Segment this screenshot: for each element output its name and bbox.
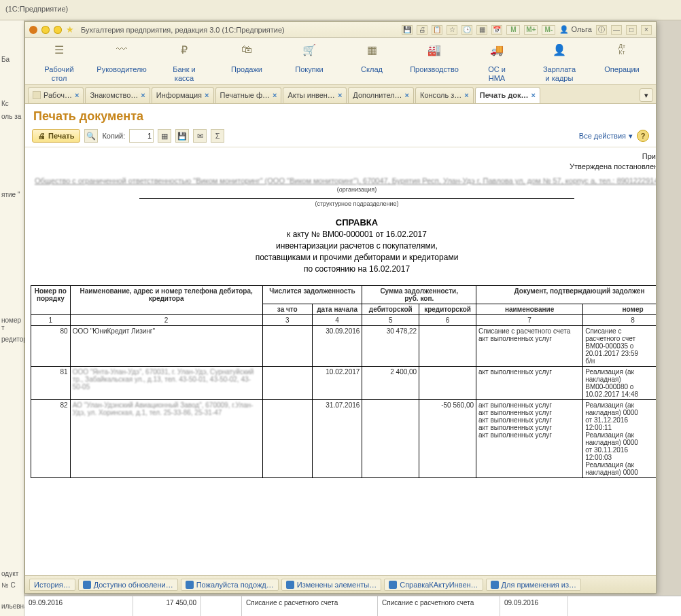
- window-title: Бухгалтерия предприятия, редакция 3.0 (1…: [81, 26, 398, 34]
- tab-additional[interactable]: Дополнител…×: [348, 87, 414, 103]
- document-body: Приложен Утверждена постановлением Г Общ…: [31, 151, 656, 478]
- titlebar-right: 💾 🖨 📋 ☆ 🕒 ▦ 📅 M M+ M- 👤 Ольга ⓘ — □ ×: [402, 25, 652, 35]
- app-logo-icon: [29, 26, 37, 34]
- status-bar: История… Доступно обновлени… Пожалуйста …: [25, 575, 656, 593]
- truck-icon: 🚚: [489, 43, 504, 56]
- menu-icon: ☰: [52, 43, 67, 56]
- table-body: 80ООО "ЮниКредит Лизинг"30.09.201630 478…: [31, 326, 657, 478]
- action-bar: 🖨 Печать 🔍 Копий: ▦ 💾 ✉ Σ Все действия ▾…: [25, 128, 656, 147]
- tool-production[interactable]: 🏭Производство: [403, 43, 466, 83]
- document-scroll-area[interactable]: Приложен Утверждена постановлением Г Общ…: [25, 147, 656, 575]
- tool-desktop[interactable]: ☰Рабочий стол: [28, 43, 90, 83]
- minimize-icon[interactable]: —: [611, 25, 622, 35]
- tab-close-icon[interactable]: ×: [338, 91, 342, 99]
- person-icon: 👤: [552, 43, 567, 56]
- content-area: Печать документа 🖨 Печать 🔍 Копий: ▦ 💾 ✉…: [25, 104, 656, 575]
- history-icon[interactable]: 🕒: [461, 25, 472, 35]
- tool-sales[interactable]: 🛍Продажи: [215, 43, 278, 83]
- print-icon[interactable]: 🖨: [417, 25, 427, 35]
- print-button[interactable]: 🖨 Печать: [32, 129, 80, 143]
- bag-icon: 🛍: [239, 43, 254, 56]
- tool-operations[interactable]: Дт КтОперации: [591, 43, 653, 83]
- save-icon[interactable]: 💾: [402, 25, 413, 35]
- tab-close-icon[interactable]: ×: [205, 91, 209, 99]
- grid-icon: ▦: [364, 43, 379, 56]
- close-icon[interactable]: ×: [641, 25, 652, 35]
- maximize-icon[interactable]: □: [626, 25, 637, 35]
- tab-printforms[interactable]: Печатные ф…×: [215, 87, 282, 103]
- tool-manager[interactable]: 〰Руководителю: [90, 43, 153, 83]
- tool-salary[interactable]: 👤Зарплата и кадры: [528, 43, 591, 83]
- status-history-button[interactable]: История…: [29, 579, 75, 591]
- info-icon: [491, 581, 499, 589]
- info-icon: [389, 581, 397, 589]
- tab-desktop[interactable]: Рабоч…×: [28, 87, 84, 103]
- info-icon: [83, 581, 91, 589]
- copy-icon[interactable]: 📋: [432, 25, 442, 35]
- calc-icon[interactable]: ▦: [476, 25, 487, 35]
- table-header: Номер по порядку Наименование, адрес и н…: [31, 286, 657, 326]
- copies-label: Копий:: [102, 132, 125, 140]
- mail-icon[interactable]: ✉: [193, 129, 207, 143]
- status-apply-button[interactable]: Для применения из…: [486, 579, 581, 591]
- status-update-button[interactable]: Доступно обновлени…: [78, 579, 178, 591]
- subdivision-line: [139, 198, 574, 199]
- document-heading: СПРАВКА к акту № ВМ00-000001 от 16.02.20…: [31, 217, 656, 274]
- memory-mplus-button[interactable]: M+: [524, 25, 538, 35]
- tab-close-icon[interactable]: ×: [464, 91, 468, 99]
- tab-acts[interactable]: Акты инвен…×: [283, 87, 347, 103]
- tool-assets[interactable]: 🚚ОС и НМА: [466, 43, 528, 83]
- main-toolbar: ☰Рабочий стол 〰Руководителю ₽Банк и касс…: [25, 38, 656, 85]
- organization-caption: (организация): [31, 186, 656, 193]
- tab-info[interactable]: Информация×: [152, 87, 214, 103]
- copies-input[interactable]: [129, 129, 154, 143]
- info-icon: [286, 581, 294, 589]
- tab-close-icon[interactable]: ×: [75, 91, 79, 99]
- all-actions-button[interactable]: Все действия ▾: [579, 132, 633, 141]
- tab-close-icon[interactable]: ×: [405, 91, 409, 99]
- table-row: 81ООО "Янта-Улан-Удэ", 670031, г. Улан-У…: [31, 367, 657, 400]
- star-icon[interactable]: ☆: [447, 25, 457, 35]
- approval-block: Приложен Утверждена постановлением Г: [31, 151, 656, 171]
- memory-m-button[interactable]: M: [506, 25, 520, 35]
- table-row: 82АО "Улан-Удэнский Авиационный Завод", …: [31, 400, 657, 478]
- memory-mminus-button[interactable]: M-: [542, 25, 555, 35]
- cart-icon: 🛒: [302, 43, 317, 56]
- tabs-dropdown-icon[interactable]: ▾: [640, 88, 653, 102]
- background-bottom-row: 09.09.2016 17 450,00 Списание с расчетно…: [24, 596, 681, 616]
- tab-bar: Рабоч…× Знакомство…× Информация× Печатны…: [25, 85, 656, 104]
- subdivision-caption: (структурное подразделение): [31, 200, 656, 207]
- info-icon[interactable]: ⓘ: [596, 25, 607, 35]
- tab-close-icon[interactable]: ×: [273, 91, 277, 99]
- tool-purchases[interactable]: 🛒Покупки: [278, 43, 340, 83]
- tab-close-icon[interactable]: ×: [141, 91, 145, 99]
- info-icon: [186, 581, 194, 589]
- back-icon[interactable]: [41, 26, 50, 34]
- data-table: Номер по порядку Наименование, адрес и н…: [31, 285, 656, 478]
- sum-icon[interactable]: Σ: [211, 129, 224, 143]
- tool-bank[interactable]: ₽Банк и касса: [153, 43, 215, 83]
- tool-stock[interactable]: ▦Склад: [340, 43, 403, 83]
- status-spravka-button[interactable]: СправкаКАктуИнвен…: [384, 579, 483, 591]
- tab-icon: [33, 91, 41, 99]
- user-label[interactable]: 👤 Ольга: [559, 25, 592, 34]
- table-icon[interactable]: ▦: [158, 129, 171, 143]
- tab-intro[interactable]: Знакомство…×: [85, 87, 150, 103]
- forward-icon[interactable]: [54, 26, 62, 34]
- calendar-icon[interactable]: 📅: [491, 25, 502, 35]
- tab-close-icon[interactable]: ×: [531, 91, 535, 99]
- background-window-title: (1С:Предприятие): [0, 0, 681, 20]
- tab-printdoc[interactable]: Печать док…×: [475, 87, 540, 103]
- help-icon[interactable]: ?: [637, 130, 649, 142]
- favorite-icon[interactable]: ★: [66, 24, 74, 35]
- status-wait-button[interactable]: Пожалуйста подожд…: [181, 579, 279, 591]
- save-disk-icon[interactable]: 💾: [175, 129, 189, 143]
- factory-icon: 🏭: [427, 43, 442, 56]
- organization-line: Общество с ограниченной ответственностью…: [31, 177, 656, 185]
- page-title: Печать документа: [25, 104, 656, 128]
- status-changed-button[interactable]: Изменены элементы…: [281, 579, 381, 591]
- preview-icon[interactable]: 🔍: [84, 129, 98, 143]
- background-left-strip: Ба Кс оль за ятие " номер т редитора оду…: [0, 20, 24, 616]
- tab-console[interactable]: Консоль з…×: [415, 87, 474, 103]
- ruble-icon: ₽: [177, 43, 192, 56]
